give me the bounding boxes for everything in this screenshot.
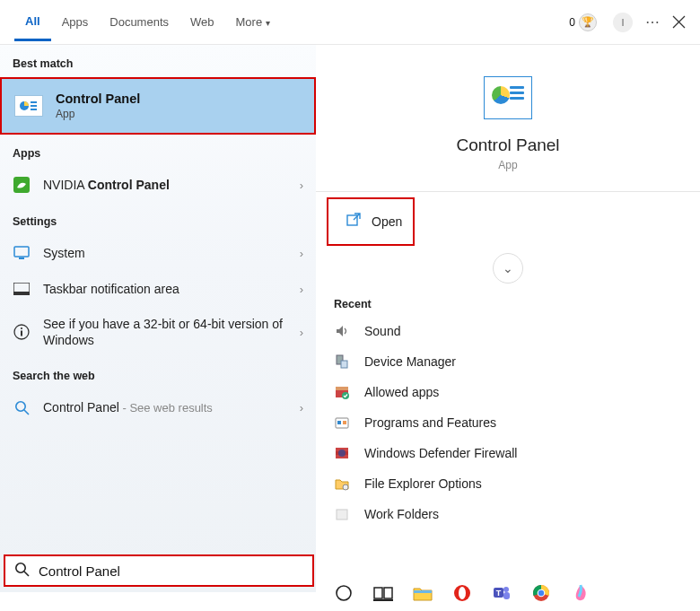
speaker-icon <box>334 323 350 339</box>
tab-documents[interactable]: Documents <box>99 4 179 39</box>
svg-rect-29 <box>374 588 382 598</box>
svg-rect-3 <box>31 109 37 110</box>
recent-windows-defender-firewall[interactable]: Windows Defender Firewall <box>316 438 700 468</box>
open-label: Open <box>372 214 402 229</box>
recent-item-label: File Explorer Options <box>364 476 482 491</box>
recent-item-label: Work Folders <box>364 507 439 521</box>
firewall-allow-icon <box>334 384 350 400</box>
close-button[interactable] <box>672 15 686 29</box>
chevron-right-icon: › <box>300 179 303 192</box>
result-web-search[interactable]: Control Panel - See web results › <box>0 389 316 425</box>
svg-rect-21 <box>337 421 341 424</box>
search-input[interactable] <box>39 563 303 579</box>
best-match-item[interactable]: Control Panel App <box>0 77 316 135</box>
recent-programs-features[interactable]: Programs and Features <box>316 407 700 438</box>
rewards-count: 0 <box>569 16 575 29</box>
expand-button[interactable]: ⌄ <box>493 253 523 284</box>
open-icon <box>346 213 361 231</box>
recent-device-manager[interactable]: Device Manager <box>316 346 700 377</box>
firewall-icon <box>334 445 350 461</box>
tab-apps[interactable]: Apps <box>51 4 100 39</box>
web-result-suffix: - See web results <box>119 401 213 415</box>
cortana-icon[interactable] <box>332 581 355 605</box>
recent-item-label: Allowed apps <box>364 385 439 399</box>
svg-rect-27 <box>337 510 347 519</box>
recent-item-label: Windows Defender Firewall <box>364 446 517 460</box>
recent-item-label: Device Manager <box>364 354 456 369</box>
device-manager-icon <box>334 354 350 370</box>
control-panel-icon <box>14 95 43 117</box>
rewards-counter[interactable]: 0 🏆 <box>569 13 597 31</box>
chevron-right-icon: › <box>300 247 303 260</box>
svg-point-26 <box>343 484 348 490</box>
taskbar-icon <box>13 280 31 298</box>
result-label: See if you have a 32-bit or 64-bit versi… <box>43 316 287 348</box>
svg-point-34 <box>459 587 466 599</box>
svg-rect-14 <box>347 215 357 225</box>
monitor-icon <box>13 244 31 262</box>
svg-point-12 <box>15 402 24 411</box>
teams-icon[interactable]: T <box>490 581 513 605</box>
svg-point-25 <box>338 450 346 457</box>
file-explorer-icon[interactable] <box>411 581 434 605</box>
trophy-icon: 🏆 <box>579 13 597 31</box>
opera-icon[interactable] <box>451 581 474 605</box>
search-icon <box>13 398 31 416</box>
recent-title: Recent <box>316 294 700 316</box>
svg-rect-1 <box>31 101 37 103</box>
recent-allowed-apps[interactable]: Allowed apps <box>316 377 700 407</box>
user-avatar[interactable]: I <box>613 13 633 32</box>
chevron-right-icon: › <box>300 283 303 296</box>
svg-rect-16 <box>341 361 347 368</box>
control-panel-large-icon <box>484 76 532 119</box>
svg-rect-38 <box>503 592 510 599</box>
paint-icon[interactable] <box>569 581 592 605</box>
recent-sound[interactable]: Sound <box>316 316 700 346</box>
recent-item-label: Programs and Features <box>364 415 496 430</box>
result-taskbar-notification-area[interactable]: Taskbar notification area › <box>0 271 316 307</box>
result-label-prefix: NVIDIA <box>43 178 88 192</box>
svg-rect-31 <box>373 599 393 601</box>
chrome-icon[interactable] <box>529 581 553 605</box>
result-nvidia-control-panel[interactable]: NVIDIA Control Panel › <box>0 167 316 203</box>
search-tabs: All Apps Documents Web More ▾ 0 🏆 I ⋯ <box>0 0 700 45</box>
section-title-best-match: Best match <box>0 45 316 77</box>
svg-rect-30 <box>384 588 392 598</box>
svg-rect-32 <box>414 590 432 593</box>
svg-point-37 <box>503 587 509 592</box>
svg-rect-2 <box>31 105 37 107</box>
svg-point-28 <box>337 586 351 600</box>
section-title-settings: Settings <box>0 203 316 235</box>
chevron-right-icon: › <box>300 326 303 339</box>
best-match-subtitle: App <box>56 108 140 120</box>
search-icon <box>14 562 30 580</box>
section-title-apps: Apps <box>0 135 316 167</box>
best-match-text: Control Panel App <box>56 92 140 120</box>
svg-rect-22 <box>343 421 346 424</box>
svg-rect-5 <box>14 247 29 257</box>
web-result-label: Control Panel <box>43 400 119 415</box>
svg-point-13 <box>16 563 25 572</box>
tab-web[interactable]: Web <box>179 4 225 39</box>
svg-rect-18 <box>336 387 348 390</box>
search-bar[interactable] <box>4 554 314 587</box>
taskbar: T <box>321 575 700 611</box>
recent-file-explorer-options[interactable]: File Explorer Options <box>316 468 700 499</box>
open-button[interactable]: Open <box>327 197 415 246</box>
nvidia-icon <box>13 176 31 194</box>
result-system[interactable]: System › <box>0 235 316 271</box>
svg-text:T: T <box>496 589 502 598</box>
more-options-button[interactable]: ⋯ <box>645 13 660 31</box>
recent-work-folders[interactable]: Work Folders <box>316 499 700 529</box>
detail-panel: Control Panel App Open ⌄ Recent Sound De… <box>316 45 700 592</box>
result-32-64-bit[interactable]: See if you have a 32-bit or 64-bit versi… <box>0 307 316 357</box>
chevron-down-icon: ▾ <box>266 18 270 28</box>
section-title-search-web: Search the web <box>0 357 316 389</box>
chevron-right-icon: › <box>300 401 303 415</box>
tab-more[interactable]: More ▾ <box>225 4 281 39</box>
detail-title: Control Panel <box>316 135 700 155</box>
tab-all[interactable]: All <box>14 4 51 41</box>
task-view-icon[interactable] <box>372 581 395 605</box>
svg-point-10 <box>21 327 22 329</box>
recent-item-label: Sound <box>364 324 400 338</box>
